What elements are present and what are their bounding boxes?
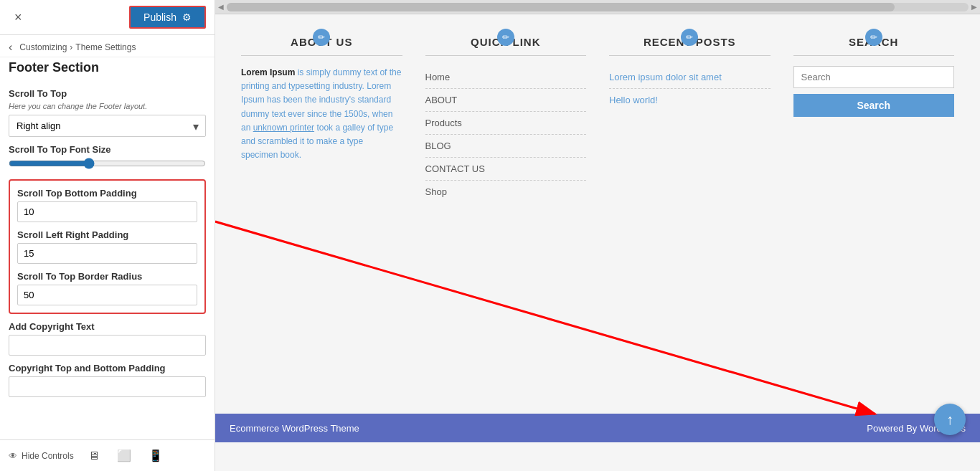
- scroll-to-top-group: Scroll To Top Here you can change the Fo…: [9, 88, 206, 137]
- copyright-padding-input[interactable]: [9, 376, 206, 397]
- edit-search-icon[interactable]: ✏: [865, 29, 882, 46]
- right-preview: ◀ ▶ ✏ ABOUT US Lorem Ipsum is simply dum…: [215, 0, 980, 471]
- eye-icon: 👁: [9, 451, 17, 461]
- scrollbar-area[interactable]: ◀ ▶: [215, 0, 980, 14]
- scroll-left-arrow[interactable]: ◀: [218, 3, 224, 11]
- footer-search-input[interactable]: [793, 66, 955, 88]
- section-title: Footer Section: [0, 57, 215, 81]
- footer-columns: ✏ ABOUT US Lorem Ipsum is simply dummy t…: [215, 22, 980, 414]
- copyright-text-group: Add Copyright Text: [9, 321, 206, 356]
- footer-bar: Ecommerce WordPress Theme Powered By Wor…: [215, 414, 980, 442]
- recent-posts-list: Lorem ipsum dolor sit amet Hello world!: [609, 66, 771, 111]
- scroll-to-top-button[interactable]: ↑: [934, 404, 966, 435]
- edit-about-icon[interactable]: ✏: [313, 29, 330, 46]
- scrollbar-track[interactable]: [227, 3, 969, 11]
- edit-recent-icon[interactable]: ✏: [681, 29, 698, 46]
- publish-button[interactable]: Publish ⚙: [129, 6, 206, 29]
- font-size-slider[interactable]: [9, 158, 206, 169]
- border-radius-input[interactable]: [17, 285, 197, 305]
- breadcrumb-customizing: Customizing: [19, 42, 67, 52]
- bottom-padding-group: Scroll Top Bottom Padding: [17, 188, 197, 222]
- footer-section: ✏ ABOUT US Lorem Ipsum is simply dummy t…: [215, 22, 980, 442]
- link-about[interactable]: ABOUT: [425, 89, 587, 112]
- breadcrumb-sep: ›: [70, 42, 72, 52]
- footer-col-quicklink: ✏ QUICK LINK Home ABOUT Products BLOG CO…: [414, 36, 598, 399]
- scroll-right-arrow[interactable]: ▶: [971, 3, 977, 11]
- bottom-padding-input[interactable]: [17, 201, 197, 222]
- edit-quicklink-icon[interactable]: ✏: [497, 29, 514, 46]
- footer-col-search: ✏ SEARCH Search: [782, 36, 966, 399]
- lorem-ipsum-bold: Lorem Ipsum: [241, 67, 295, 77]
- lr-padding-group: Scroll Left Right Padding: [17, 229, 197, 264]
- bottom-padding-label: Scroll Top Bottom Padding: [17, 188, 197, 199]
- mobile-device-button[interactable]: 📱: [146, 446, 166, 465]
- link-products[interactable]: Products: [425, 112, 587, 135]
- copyright-padding-group: Copyright Top and Bottom Padding: [9, 363, 206, 397]
- footer-bar-left: Ecommerce WordPress Theme: [230, 423, 359, 434]
- align-select[interactable]: Left align Center align Right align: [9, 115, 206, 137]
- lr-padding-input[interactable]: [17, 243, 197, 264]
- copyright-text-label: Add Copyright Text: [9, 321, 206, 332]
- align-select-wrapper[interactable]: Left align Center align Right align: [9, 115, 206, 137]
- panel-footer: 👁 Hide Controls 🖥 ⬜ 📱: [0, 439, 215, 471]
- copyright-padding-label: Copyright Top and Bottom Padding: [9, 363, 206, 374]
- hide-controls-button[interactable]: 👁 Hide Controls: [9, 451, 74, 461]
- link-shop[interactable]: Shop: [425, 181, 587, 203]
- desktop-device-button[interactable]: 🖥: [85, 447, 103, 465]
- footer-col-recent: ✏ RECENT POSTS Lorem ipsum dolor sit ame…: [598, 36, 782, 399]
- font-size-group: Scroll To Top Font Size: [9, 144, 206, 172]
- tablet-device-button[interactable]: ⬜: [114, 446, 134, 465]
- back-button[interactable]: ‹: [9, 41, 12, 54]
- footer-search-button[interactable]: Search: [793, 94, 955, 117]
- breadcrumb-theme: Theme Settings: [75, 42, 136, 52]
- preview-content: ✏ ABOUT US Lorem Ipsum is simply dummy t…: [215, 14, 980, 471]
- panel-header: × Publish ⚙: [0, 0, 215, 35]
- hide-controls-label: Hide Controls: [22, 451, 74, 461]
- border-radius-group: Scroll To Top Border Radius: [17, 271, 197, 305]
- footer-col-about: ✏ ABOUT US Lorem Ipsum is simply dummy t…: [230, 36, 414, 399]
- breadcrumb: ‹ Customizing › Theme Settings: [0, 35, 215, 57]
- scrollbar-thumb: [227, 3, 895, 11]
- link-contact[interactable]: CONTACT US: [425, 158, 587, 181]
- link-blog[interactable]: BLOG: [425, 135, 587, 158]
- panel-body: Scroll To Top Here you can change the Fo…: [0, 81, 215, 439]
- gear-icon: ⚙: [182, 11, 192, 23]
- link-home[interactable]: Home: [425, 66, 587, 89]
- padding-group-box: Scroll Top Bottom Padding Scroll Left Ri…: [9, 179, 206, 314]
- footer-layout-desc: Here you can change the Footer layout.: [9, 102, 206, 110]
- about-col-text: Lorem Ipsum is simply dummy text of the …: [241, 66, 402, 162]
- copyright-text-input[interactable]: [9, 335, 206, 356]
- font-size-label: Scroll To Top Font Size: [9, 144, 206, 155]
- unknown-printer-link[interactable]: unknown printer: [253, 123, 314, 133]
- quick-links-list: Home ABOUT Products BLOG CONTACT US Shop: [425, 66, 587, 203]
- close-button[interactable]: ×: [9, 7, 28, 28]
- recent-post-2[interactable]: Hello world!: [609, 89, 771, 111]
- left-panel: × Publish ⚙ ‹ Customizing › Theme Settin…: [0, 0, 215, 471]
- lr-padding-label: Scroll Left Right Padding: [17, 229, 197, 240]
- publish-label: Publish: [143, 11, 176, 23]
- scroll-to-top-label: Scroll To Top: [9, 88, 206, 99]
- recent-post-1[interactable]: Lorem ipsum dolor sit amet: [609, 66, 771, 89]
- border-radius-label: Scroll To Top Border Radius: [17, 271, 197, 282]
